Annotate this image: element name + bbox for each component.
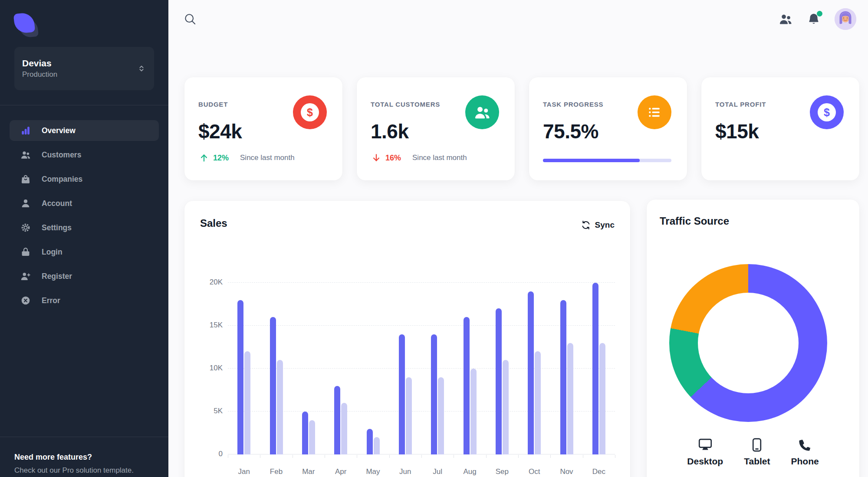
desktop-icon (697, 437, 713, 453)
x-axis-tick (389, 455, 390, 458)
sidebar-item-customers[interactable]: Customers (10, 144, 159, 165)
gridline (228, 368, 615, 369)
sidebar-item-label: Register (42, 272, 72, 281)
bar-series-2-dec (599, 343, 605, 454)
stat-label: TASK PROGRESS (543, 101, 603, 108)
bar-series-1-may (367, 429, 373, 454)
stat-label: TOTAL CUSTOMERS (371, 101, 440, 108)
sync-button[interactable]: Sync (581, 220, 615, 230)
sales-title: Sales (200, 217, 227, 229)
gridline (228, 454, 615, 454)
sidebar-item-settings[interactable]: Settings (10, 217, 159, 238)
y-tick-label: 15K (200, 321, 223, 330)
traffic-source-card: Traffic Source Desktop Tablet Ph (647, 199, 859, 477)
notification-dot (817, 11, 822, 16)
search-icon (183, 12, 197, 26)
task-progress-bar (543, 159, 671, 162)
x-tick-label: Sep (486, 467, 518, 476)
logo-shape (13, 12, 36, 34)
x-tick-label: Jul (421, 467, 454, 476)
legend-item-tablet: Tablet (744, 437, 770, 467)
gridline (228, 411, 615, 412)
sidebar-item-register[interactable]: Register (10, 266, 159, 287)
bar-series-2-mar (309, 420, 315, 454)
bar-series-1-nov (560, 300, 566, 454)
trend-row: 16% Since last month (371, 151, 467, 165)
sales-card: Sales Sync 05K10K15K20K JanFebMarAprMayJ… (184, 201, 630, 477)
stat-value: 75.5% (543, 120, 598, 143)
sidebar-item-label: Error (42, 296, 60, 305)
search-button[interactable] (182, 11, 198, 27)
workspace-selector[interactable]: Devias Production (14, 47, 154, 90)
topbar (168, 0, 868, 38)
x-tick-label: Jan (228, 467, 260, 476)
y-tick-label: 0 (200, 450, 223, 458)
sidebar-item-error[interactable]: Error (10, 290, 159, 311)
user-avatar[interactable] (835, 8, 856, 30)
stat-label: BUDGET (198, 101, 228, 108)
x-tick-label: May (357, 467, 389, 476)
bar-series-1-jun (399, 334, 405, 454)
x-tick-label: Nov (551, 467, 583, 476)
bar-series-2-jan (244, 351, 250, 454)
x-tick-label: Jun (389, 467, 421, 476)
trend-caption: Since last month (412, 154, 467, 162)
task-progress-fill (543, 159, 640, 162)
arrow-up-icon (198, 152, 210, 163)
bar-series-1-sep (496, 308, 502, 454)
sidebar: Devias Production Overview Customers Com… (0, 0, 168, 477)
legend-item-desktop: Desktop (687, 437, 723, 467)
trend-value: 16% (385, 154, 401, 163)
bar-series-1-mar (302, 412, 308, 454)
avatar-image (835, 8, 856, 30)
sidebar-item-companies[interactable]: Companies (10, 169, 159, 189)
main-content: BUDGET $24k $ 12% Since last month TOTAL… (168, 0, 868, 477)
legend-label: Desktop (687, 456, 723, 467)
chart-bars-icon (20, 125, 31, 136)
x-axis-tick (357, 455, 357, 458)
user-icon (20, 198, 31, 209)
dollar-icon: $ (810, 95, 844, 129)
bar-series-2-apr (341, 403, 347, 454)
budget-card: BUDGET $24k $ 12% Since last month (184, 77, 342, 180)
trend-row: 12% Since last month (198, 151, 295, 165)
bar-series-2-jul (438, 377, 444, 454)
contacts-button[interactable] (778, 12, 793, 26)
x-tick-label: Dec (583, 467, 615, 476)
bar-series-2-oct (535, 351, 541, 454)
sidebar-item-label: Login (42, 248, 62, 257)
task-progress-card: TASK PROGRESS 75.5% (529, 77, 687, 180)
bar-series-1-oct (528, 291, 534, 454)
bar-series-1-jan (237, 300, 243, 454)
devias-logo-icon[interactable] (14, 13, 39, 37)
x-circle-icon (20, 295, 31, 306)
tablet-icon (749, 437, 765, 453)
refresh-icon (581, 220, 591, 230)
total-customers-card: TOTAL CUSTOMERS 1.6k 16% Since last mont… (357, 77, 515, 180)
chevron-up-down-icon (137, 64, 146, 73)
dollar-icon: $ (293, 95, 327, 129)
sidebar-item-login[interactable]: Login (10, 242, 159, 262)
x-axis-tick (421, 455, 422, 458)
x-axis-tick (518, 455, 519, 458)
x-axis-tick (550, 455, 551, 458)
sidebar-item-label: Overview (42, 126, 76, 135)
workspace-environment: Production (22, 69, 137, 80)
y-tick-label: 20K (200, 278, 223, 287)
notifications-button[interactable] (807, 12, 821, 26)
sidebar-item-overview[interactable]: Overview (10, 120, 159, 141)
gear-icon (20, 222, 31, 233)
x-axis-tick (583, 455, 583, 458)
sidebar-item-account[interactable]: Account (10, 193, 159, 214)
bar-series-2-sep (503, 360, 509, 454)
bar-series-1-feb (270, 317, 276, 454)
bar-series-2-nov (567, 343, 573, 454)
legend-label: Phone (791, 456, 819, 467)
footer-title: Need more features? (14, 453, 154, 462)
bar-series-2-may (374, 437, 380, 454)
sidebar-item-label: Customers (42, 150, 81, 160)
trend-value: 12% (213, 154, 229, 163)
x-axis-tick (615, 455, 615, 458)
users-icon (778, 12, 793, 26)
bar-series-1-jul (431, 334, 437, 454)
